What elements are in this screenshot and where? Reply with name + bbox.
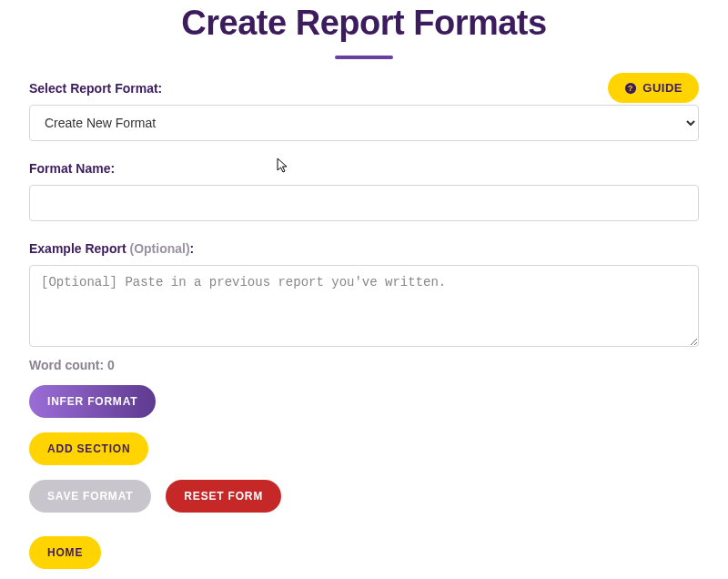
- format-name-label: Format Name:: [29, 161, 699, 176]
- report-format-select[interactable]: Create New Format: [29, 105, 699, 141]
- guide-label: GUIDE: [642, 81, 682, 95]
- guide-button[interactable]: ? GUIDE: [608, 73, 699, 103]
- example-report-label: Example Report (Optional):: [29, 241, 699, 256]
- svg-text:?: ?: [628, 84, 633, 93]
- example-label-text: Example Report: [29, 241, 129, 256]
- add-section-button[interactable]: ADD SECTION: [29, 432, 148, 465]
- help-icon: ?: [624, 82, 637, 95]
- home-button[interactable]: HOME: [29, 536, 101, 569]
- word-count-label: Word count:: [29, 358, 107, 372]
- save-format-button[interactable]: SAVE FORMAT: [29, 480, 151, 513]
- reset-form-button[interactable]: RESET FORM: [166, 480, 281, 513]
- example-colon: :: [190, 241, 195, 256]
- infer-format-button[interactable]: INFER FORMAT: [29, 385, 156, 418]
- word-count: Word count: 0: [29, 358, 699, 372]
- title-underline: [335, 56, 393, 59]
- word-count-value: 0: [107, 358, 115, 372]
- select-format-label: Select Report Format:: [29, 81, 699, 96]
- example-report-textarea[interactable]: [29, 265, 699, 347]
- page-title: Create Report Formats: [29, 4, 699, 43]
- example-optional-text: (Optional): [129, 241, 189, 256]
- format-name-input[interactable]: [29, 185, 699, 221]
